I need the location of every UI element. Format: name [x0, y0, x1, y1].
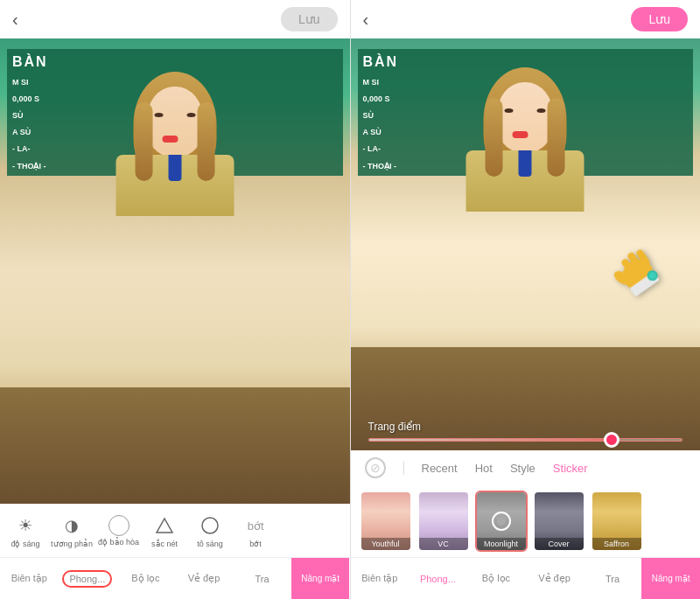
highlight-label: tô sáng	[197, 540, 223, 548]
no-sticker-button[interactable]: ⊘	[365, 457, 386, 478]
left-save-button[interactable]: Lưu	[281, 7, 338, 31]
contrast-icon: ◑	[60, 513, 84, 538]
left-tab-tra[interactable]: Tra	[233, 558, 291, 599]
right-tab-ve-dep[interactable]: Vẻ đẹp	[525, 558, 584, 599]
slider-thumb[interactable]	[604, 432, 620, 448]
tab-hot[interactable]: Hot	[475, 462, 493, 475]
right-top-bar: ‹ Lưu	[351, 0, 701, 38]
filter-youthful-thumb: Youthful	[360, 491, 412, 552]
left-tab-nang-mat[interactable]: Nâng mặt	[291, 558, 350, 599]
tool-shadow[interactable]: bớt bớt	[234, 512, 277, 550]
tab-style[interactable]: Style	[510, 462, 536, 475]
left-top-bar: ‹ Lưu	[0, 0, 350, 38]
left-photo-area: BÀN M SI0,000 SSÙA SÙ- LA-- THOẠI -	[0, 38, 350, 504]
nang-mat-right-label: Nâng mặt	[652, 574, 690, 583]
left-tab-ve-dep[interactable]: Vẻ đẹp	[175, 558, 234, 599]
right-bien-tap-label: Biên tập	[361, 573, 397, 584]
filter-moonlight-thumb: Moonlight	[475, 491, 528, 552]
tab-recent[interactable]: Recent	[422, 462, 458, 475]
sharpness-icon	[152, 513, 177, 538]
brightness-icon: ☀	[13, 513, 38, 538]
left-back-button[interactable]: ‹	[12, 10, 18, 30]
tab-sticker[interactable]: Sticker	[553, 462, 588, 475]
filter-saffron[interactable]: Saffron	[591, 491, 643, 552]
filter-vc-label: VC	[419, 538, 468, 550]
right-tab-phong[interactable]: Phong...	[409, 558, 467, 599]
slider-label: Trang điểm	[368, 421, 683, 433]
tool-saturation[interactable]: độ bảo hòa	[96, 513, 141, 548]
right-photo-bg: BÀN M SI0,000 SSÙA SÙ- LA-- THOẠI -	[351, 38, 701, 450]
right-tab-nang-mat[interactable]: Nâng mặt	[641, 558, 700, 599]
filter-moonlight[interactable]: Moonlight	[475, 491, 528, 552]
sticker-controls: ⊘ Recent Hot Style Sticker	[351, 450, 701, 485]
filter-cover-label: Cover	[535, 538, 584, 550]
right-save-button[interactable]: Lưu	[631, 7, 688, 31]
divider	[403, 461, 404, 475]
right-bo-loc-label: Bộ lọc	[482, 573, 510, 584]
right-tab-bo-loc[interactable]: Bộ lọc	[467, 558, 526, 599]
highlight-icon	[198, 513, 222, 538]
right-tab-bien-tap[interactable]: Biên tập	[351, 558, 410, 599]
ve-dep-label: Vẻ đẹp	[188, 573, 220, 584]
shadow-icon: bớt	[243, 513, 268, 538]
right-nav-tabs: Biên tập Phong... Bộ lọc Vẻ đẹp Tra Nâng…	[351, 557, 701, 599]
svg-point-1	[202, 518, 218, 533]
left-tab-bo-loc[interactable]: Bộ lọc	[116, 558, 175, 599]
tool-highlight[interactable]: tô sáng	[188, 512, 232, 550]
contrast-label: tương phản	[51, 540, 93, 548]
sharpness-label: sắc nét	[151, 540, 178, 548]
saturation-label: độ bảo hòa	[98, 538, 139, 547]
bo-loc-label: Bộ lọc	[131, 573, 159, 584]
left-photo-bg: BÀN M SI0,000 SSÙA SÙ- LA-- THOẠI -	[0, 38, 350, 504]
filter-cover[interactable]: Cover	[533, 491, 585, 552]
right-panel: ‹ Lưu BÀN M SI0,000 SSÙA SÙ- LA-- THOẠI …	[351, 0, 701, 599]
left-tab-bien-tap[interactable]: Biên tập	[0, 558, 59, 599]
nang-mat-left-label: Nâng mặt	[301, 574, 340, 583]
filter-vc[interactable]: VC	[417, 491, 470, 552]
right-back-button[interactable]: ‹	[363, 10, 369, 30]
bien-tap-label: Biên tập	[11, 573, 47, 584]
tool-contrast[interactable]: ◑ tương phản	[49, 512, 94, 550]
filter-youthful[interactable]: Youthful	[360, 491, 412, 552]
tra-label: Tra	[256, 574, 270, 584]
tool-brightness[interactable]: ☀ độ sáng	[4, 512, 47, 550]
left-panel: ‹ Lưu BÀN M SI0,000 SSÙA SÙ- LA-- THOẠI …	[0, 0, 351, 599]
saturation-icon	[108, 515, 130, 536]
tool-sharpness[interactable]: sắc nét	[143, 512, 186, 550]
filter-youthful-label: Youthful	[361, 538, 410, 550]
filter-moonlight-label: Moonlight	[477, 538, 526, 550]
filter-vc-thumb: VC	[417, 491, 470, 552]
left-nav-tabs: Biên tập Phong... Bộ lọc Vẻ đẹp Tra Nâng…	[0, 557, 350, 599]
slider-area: Trang điểm	[351, 421, 701, 442]
shadow-label: bớt	[249, 540, 262, 548]
left-tools-bar: ☀ độ sáng ◑ tương phản độ bảo hòa sắc né…	[0, 504, 350, 557]
right-photo-area: BÀN M SI0,000 SSÙA SÙ- LA-- THOẠI -	[351, 38, 701, 450]
right-ve-dep-label: Vẻ đẹp	[538, 573, 570, 584]
filter-cover-thumb: Cover	[533, 491, 585, 552]
left-tab-phong[interactable]: Phong...	[59, 558, 117, 599]
phong-label: Phong...	[62, 570, 112, 588]
filter-saffron-thumb: Saffron	[591, 491, 643, 552]
brightness-label: độ sáng	[10, 540, 39, 548]
svg-marker-0	[157, 519, 172, 533]
filter-row: Youthful VC Moonlight Cover	[351, 485, 701, 557]
right-tab-tra[interactable]: Tra	[584, 558, 642, 599]
right-tra-label: Tra	[606, 574, 620, 584]
right-phong-label: Phong...	[420, 574, 456, 584]
filter-saffron-label: Saffron	[592, 538, 641, 550]
